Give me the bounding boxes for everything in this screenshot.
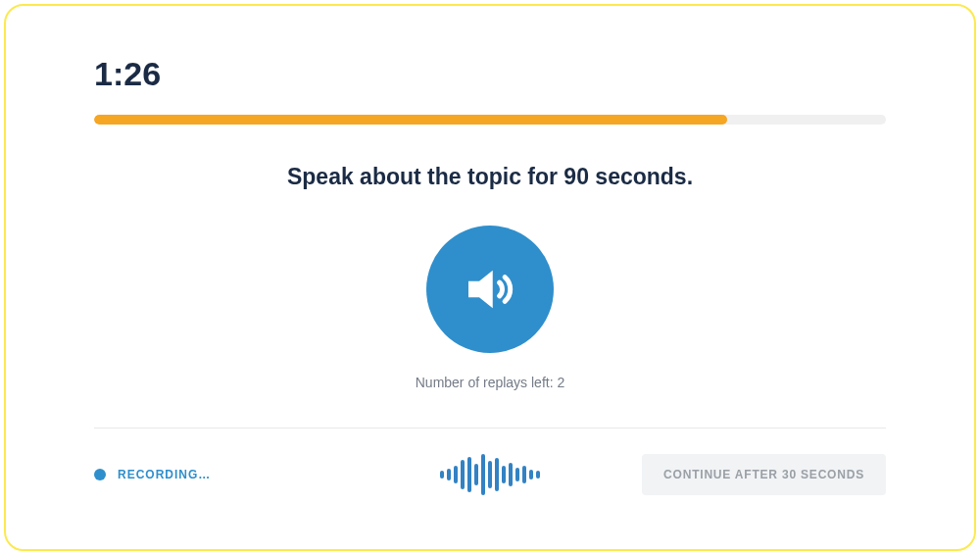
recording-indicator: RECORDING…	[94, 468, 211, 481]
divider	[94, 428, 886, 429]
speaker-icon	[458, 257, 522, 322]
replays-remaining: Number of replays left: 2	[94, 375, 886, 390]
play-audio-button[interactable]	[426, 226, 554, 353]
timer-display: 1:26	[94, 55, 886, 93]
exercise-card: 1:26 Speak about the topic for 90 second…	[4, 4, 976, 551]
play-area	[94, 226, 886, 353]
recording-label: RECORDING…	[118, 468, 211, 481]
progress-bar-track	[94, 115, 886, 125]
progress-bar-fill	[94, 115, 727, 125]
recording-dot-icon	[94, 469, 106, 480]
instruction-text: Speak about the topic for 90 seconds.	[94, 164, 886, 190]
continue-button[interactable]: CONTINUE AFTER 30 SECONDS	[642, 454, 886, 495]
bottom-row: RECORDING… CONTINUE AFTER 30 SECONDS	[94, 454, 886, 495]
waveform-icon	[440, 454, 540, 495]
